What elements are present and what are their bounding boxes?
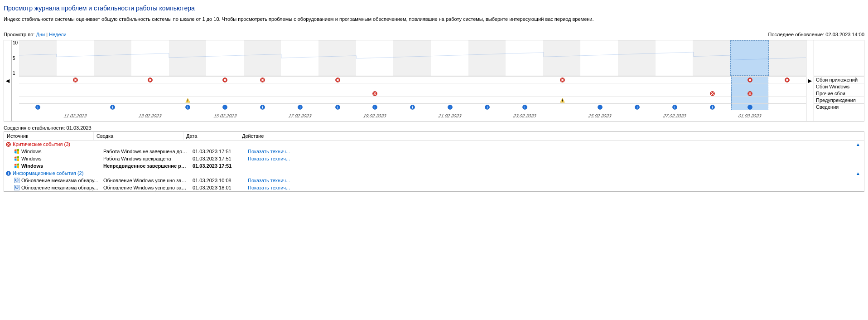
event-cell[interactable] <box>544 90 581 97</box>
event-cell[interactable] <box>469 97 506 103</box>
event-cell[interactable] <box>207 103 244 110</box>
event-cell[interactable] <box>656 76 694 83</box>
event-cell[interactable] <box>94 90 131 97</box>
event-row[interactable]: Обновление механизма обнару...Обновление… <box>4 177 864 184</box>
event-cell[interactable] <box>619 83 656 90</box>
event-cell[interactable] <box>169 90 207 97</box>
event-cell[interactable] <box>207 83 244 90</box>
event-cell[interactable] <box>506 97 544 103</box>
event-cell[interactable] <box>731 97 769 103</box>
event-cell[interactable] <box>731 103 769 110</box>
event-cell[interactable] <box>394 90 431 97</box>
event-cell[interactable] <box>656 97 694 103</box>
event-cell[interactable] <box>694 76 731 83</box>
show-details-link[interactable]: Показать технич... <box>248 156 290 161</box>
event-cell[interactable] <box>281 76 319 83</box>
event-cell[interactable] <box>244 76 281 83</box>
event-row[interactable]: WindowsРабота Windows прекращена01.03.20… <box>4 155 864 162</box>
event-cell[interactable] <box>619 90 656 97</box>
scroll-right-button[interactable]: ► <box>806 40 814 121</box>
event-cell[interactable] <box>656 103 694 110</box>
plot-area[interactable] <box>19 40 806 76</box>
event-cell[interactable] <box>131 83 169 90</box>
event-cell[interactable] <box>581 83 619 90</box>
info-events-group[interactable]: Информационные события (2)▲ <box>4 170 864 177</box>
event-cell[interactable] <box>94 76 131 83</box>
event-cell[interactable] <box>169 103 207 110</box>
event-cell[interactable] <box>431 76 469 83</box>
event-cell[interactable] <box>207 90 244 97</box>
event-cell[interactable] <box>619 97 656 103</box>
event-cell[interactable] <box>581 97 619 103</box>
event-cell[interactable] <box>57 103 94 110</box>
event-cell[interactable] <box>768 90 806 97</box>
event-cell[interactable] <box>94 83 131 90</box>
view-weeks-link[interactable]: Недели <box>49 32 67 37</box>
event-cell[interactable] <box>768 103 806 110</box>
critical-events-group[interactable]: Критические события (3)▲ <box>4 141 864 148</box>
scroll-left-button[interactable]: ◄ <box>4 40 12 121</box>
event-cell[interactable] <box>506 103 544 110</box>
event-cell[interactable] <box>131 76 169 83</box>
event-cell[interactable] <box>431 103 469 110</box>
event-cell[interactable] <box>281 90 319 97</box>
event-cell[interactable] <box>169 97 207 103</box>
event-cell[interactable] <box>356 97 394 103</box>
event-cell[interactable] <box>281 97 319 103</box>
event-cell[interactable] <box>581 103 619 110</box>
event-cell[interactable] <box>506 76 544 83</box>
event-cell[interactable] <box>319 90 357 97</box>
event-cell[interactable] <box>244 83 281 90</box>
event-cell[interactable] <box>731 90 769 97</box>
event-cell[interactable] <box>506 90 544 97</box>
event-cell[interactable] <box>544 103 581 110</box>
event-cell[interactable] <box>544 76 581 83</box>
event-cell[interactable] <box>19 97 57 103</box>
event-cell[interactable] <box>319 76 357 83</box>
event-cell[interactable] <box>469 83 506 90</box>
column-headers[interactable]: Источник Сводка Дата Действие <box>4 132 864 141</box>
event-cell[interactable] <box>281 103 319 110</box>
collapse-icon[interactable]: ▲ <box>856 171 860 176</box>
view-days-link[interactable]: Дни <box>36 32 45 37</box>
event-cell[interactable] <box>131 90 169 97</box>
show-details-link[interactable]: Показать технич... <box>248 149 290 154</box>
event-cell[interactable] <box>169 83 207 90</box>
event-cell[interactable] <box>356 90 394 97</box>
event-cell[interactable] <box>57 90 94 97</box>
event-cell[interactable] <box>768 97 806 103</box>
event-cell[interactable] <box>431 83 469 90</box>
event-cell[interactable] <box>356 83 394 90</box>
event-cell[interactable] <box>94 97 131 103</box>
event-row[interactable]: WindowsНепредвиденное завершение рабо...… <box>4 162 864 170</box>
event-cell[interactable] <box>94 103 131 110</box>
event-cell[interactable] <box>544 97 581 103</box>
event-cell[interactable] <box>694 97 731 103</box>
event-cell[interactable] <box>244 97 281 103</box>
event-cell[interactable] <box>694 90 731 97</box>
event-cell[interactable] <box>207 97 244 103</box>
event-cell[interactable] <box>394 83 431 90</box>
event-cell[interactable] <box>581 76 619 83</box>
event-cell[interactable] <box>131 103 169 110</box>
show-details-link[interactable]: Показать технич... <box>248 178 290 183</box>
event-cell[interactable] <box>57 76 94 83</box>
event-cell[interactable] <box>319 97 357 103</box>
event-cell[interactable] <box>394 103 431 110</box>
event-cell[interactable] <box>469 76 506 83</box>
event-cell[interactable] <box>431 90 469 97</box>
event-cell[interactable] <box>656 90 694 97</box>
event-cell[interactable] <box>319 103 357 110</box>
event-cell[interactable] <box>469 90 506 97</box>
event-cell[interactable] <box>731 76 769 83</box>
event-row[interactable]: WindowsРабота Windows не завершена должн… <box>4 148 864 155</box>
event-cell[interactable] <box>131 97 169 103</box>
event-cell[interactable] <box>469 103 506 110</box>
event-cell[interactable] <box>19 90 57 97</box>
event-cell[interactable] <box>244 103 281 110</box>
event-cell[interactable] <box>356 76 394 83</box>
event-cell[interactable] <box>394 76 431 83</box>
event-cell[interactable] <box>19 103 57 110</box>
event-cell[interactable] <box>694 103 731 110</box>
event-cell[interactable] <box>619 76 656 83</box>
